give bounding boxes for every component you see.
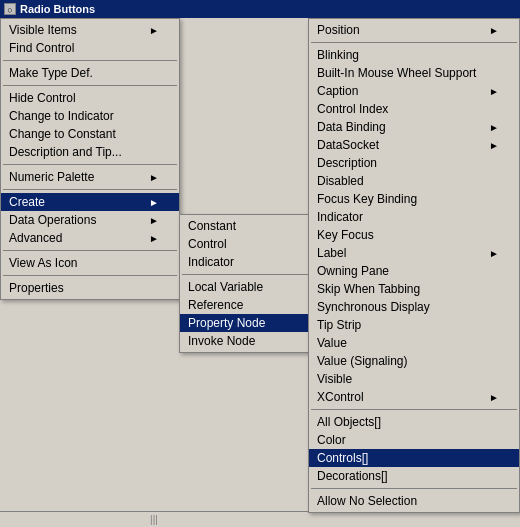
menu-item-allow-no-selection[interactable]: Allow No Selection [309,492,519,510]
menu-item-visible-items[interactable]: Visible Items ► [1,21,179,39]
menu-item-visible[interactable]: Visible [309,370,519,388]
menu-item-tip-strip[interactable]: Tip Strip [309,316,519,334]
menu-item-decorations[interactable]: Decorations[] [309,467,519,485]
sep5 [3,250,177,251]
scrollbar-indicator: ||| [150,514,158,525]
menu-item-data-operations-label: Data Operations [9,213,96,227]
sep-p2 [311,409,517,410]
menu-item-hide-control[interactable]: Hide Control [1,89,179,107]
menu-item-change-indicator-label: Change to Indicator [9,109,114,123]
menu-item-control-label: Control [188,237,227,251]
menu-item-indicator-label: Indicator [188,255,234,269]
menu-item-constant-label: Constant [188,219,236,233]
menu-item-description-tip[interactable]: Description and Tip... [1,143,179,161]
menu-item-indicator-prop[interactable]: Indicator [309,208,519,226]
arrow-icon2: ► [149,172,159,183]
menu-item-builtin-mouse[interactable]: Built-In Mouse Wheel Support [309,64,519,82]
menu-item-numeric-palette-label: Numeric Palette [9,170,94,184]
menu-item-data-binding-label: Data Binding [317,120,386,134]
menu-item-property-node-label: Property Node [188,316,265,330]
menu-item-datasocket[interactable]: DataSocket ► [309,136,519,154]
menu-item-description[interactable]: Description [309,154,519,172]
menu-item-color[interactable]: Color [309,431,519,449]
menu-item-value-signaling-label: Value (Signaling) [317,354,408,368]
menu-item-visible-label: Visible [317,372,352,386]
menu-item-caption[interactable]: Caption ► [309,82,519,100]
menu-item-color-label: Color [317,433,346,447]
menu-item-all-objects[interactable]: All Objects[] [309,413,519,431]
menu-item-data-operations[interactable]: Data Operations ► [1,211,179,229]
menu-item-change-constant-label: Change to Constant [9,127,116,141]
menu-item-hide-control-label: Hide Control [9,91,76,105]
menu-item-make-type-def-label: Make Type Def. [9,66,93,80]
menu-item-xcontrol-label: XControl [317,390,364,404]
menu-item-create[interactable]: Create ► [1,193,179,211]
arrow-icon9: ► [489,86,499,97]
menu-item-invoke-node-label: Invoke Node [188,334,255,348]
menu-item-position-label: Position [317,23,360,37]
arrow-icon8: ► [489,25,499,36]
menu-item-reference-label: Reference [188,298,243,312]
menu-item-value-signaling[interactable]: Value (Signaling) [309,352,519,370]
menu-item-value-label: Value [317,336,347,350]
sep-p3 [311,488,517,489]
title-bar-label: Radio Buttons [20,3,95,15]
menu-item-properties-label: Properties [9,281,64,295]
menu-item-label-prop-label: Label [317,246,346,260]
menu-item-owning-pane-label: Owning Pane [317,264,389,278]
menu-item-xcontrol[interactable]: XControl ► [309,388,519,406]
menu-item-value[interactable]: Value [309,334,519,352]
menu-item-tip-strip-label: Tip Strip [317,318,361,332]
arrow-icon: ► [149,25,159,36]
menu-item-key-focus-label: Key Focus [317,228,374,242]
menu-item-view-as-icon[interactable]: View As Icon [1,254,179,272]
menu-item-visible-items-label: Visible Items [9,23,77,37]
title-bar: ○ Radio Buttons [0,0,520,18]
menu-item-skip-tabbing-label: Skip When Tabbing [317,282,420,296]
menu-item-control-index-label: Control Index [317,102,388,116]
title-bar-icon: ○ [4,3,16,15]
menu-item-properties[interactable]: Properties [1,279,179,297]
menu-item-create-label: Create [9,195,45,209]
menu-item-description-label: Description [317,156,377,170]
sep4 [3,189,177,190]
menu-item-key-focus[interactable]: Key Focus [309,226,519,244]
menu-item-find-control[interactable]: Find Control [1,39,179,57]
menu-item-label-prop[interactable]: Label ► [309,244,519,262]
menu-item-disabled-label: Disabled [317,174,364,188]
menu-item-owning-pane[interactable]: Owning Pane [309,262,519,280]
sep1 [3,60,177,61]
menu-item-find-control-label: Find Control [9,41,74,55]
menu-item-disabled[interactable]: Disabled [309,172,519,190]
menu-item-skip-tabbing[interactable]: Skip When Tabbing [309,280,519,298]
menu-item-synchronous[interactable]: Synchronous Display [309,298,519,316]
menu-item-synchronous-label: Synchronous Display [317,300,430,314]
sep2 [3,85,177,86]
menu-item-view-as-icon-label: View As Icon [9,256,77,270]
menu-item-controls-arr[interactable]: Controls[] [309,449,519,467]
menu-item-change-indicator[interactable]: Change to Indicator [1,107,179,125]
arrow-icon13: ► [489,392,499,403]
menu-item-indicator-prop-label: Indicator [317,210,363,224]
menu-item-focus-key-binding[interactable]: Focus Key Binding [309,190,519,208]
sep3 [3,164,177,165]
menu-item-numeric-palette[interactable]: Numeric Palette ► [1,168,179,186]
menu-item-position[interactable]: Position ► [309,21,519,39]
menu-item-make-type-def[interactable]: Make Type Def. [1,64,179,82]
menu-item-advanced[interactable]: Advanced ► [1,229,179,247]
context-menu-col1: Visible Items ► Find Control Make Type D… [0,18,180,300]
menu-item-data-binding[interactable]: Data Binding ► [309,118,519,136]
arrow-icon4: ► [149,215,159,226]
menu-item-change-constant[interactable]: Change to Constant [1,125,179,143]
menu-item-controls-arr-label: Controls[] [317,451,368,465]
arrow-icon11: ► [489,140,499,151]
menu-item-caption-label: Caption [317,84,358,98]
menu-item-control-index[interactable]: Control Index [309,100,519,118]
arrow-icon3: ► [149,197,159,208]
menu-item-local-variable-label: Local Variable [188,280,263,294]
sep6 [3,275,177,276]
menu-item-builtin-mouse-label: Built-In Mouse Wheel Support [317,66,476,80]
scrollbar-area: ||| [0,511,308,527]
menu-item-blinking[interactable]: Blinking [309,46,519,64]
menu-item-all-objects-label: All Objects[] [317,415,381,429]
